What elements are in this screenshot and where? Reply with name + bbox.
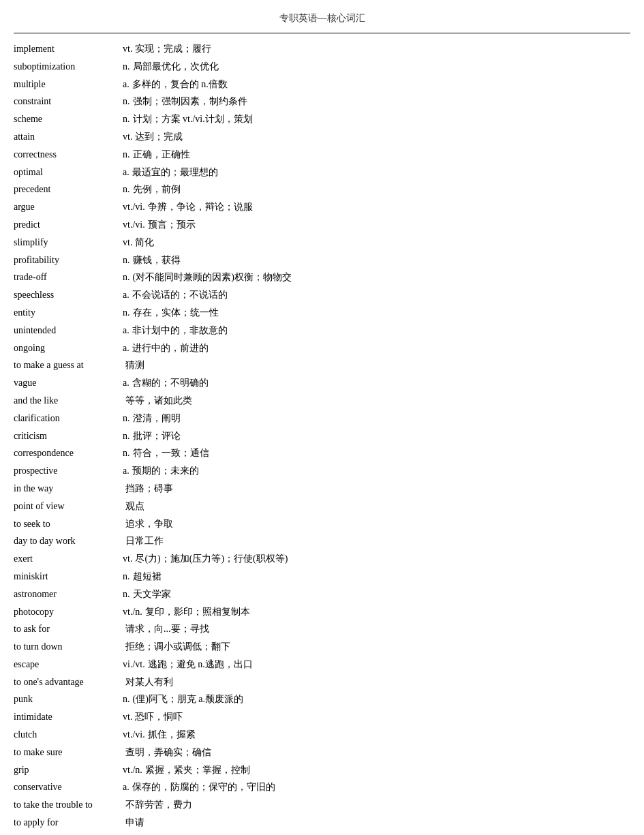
vocab-def: 日常工作	[125, 536, 164, 546]
list-item: attainvt.达到；完成	[14, 128, 630, 146]
vocab-def: 符合，一致；通信	[133, 448, 209, 458]
vocab-pos: vt.	[123, 132, 132, 142]
vocab-word: prospective	[14, 463, 123, 479]
vocab-def: 正确，正确性	[133, 149, 190, 160]
vocab-word: punk	[14, 691, 123, 708]
vocab-pos: n.	[123, 571, 130, 581]
vocab-pos: n.	[123, 61, 130, 72]
vocab-word: vague	[14, 375, 123, 391]
list-item: photocopyvt./n.复印，影印；照相复制本	[14, 603, 630, 621]
vocab-word: to apply for	[14, 815, 123, 831]
vocab-def: 抓住，握紧	[148, 729, 196, 740]
vocab-def: 争辨，争论，辩论；说服	[148, 202, 253, 212]
vocab-def: 强制；强制因素，制约条件	[133, 96, 247, 106]
vocab-def: 追求，争取	[125, 519, 173, 529]
vocab-word: in the way	[14, 481, 123, 497]
vocab-word: precedent	[14, 181, 123, 198]
vocab-word: constraint	[14, 93, 123, 110]
list-item: to one's advantage对某人有利	[14, 673, 630, 691]
vocab-word: correctness	[14, 147, 123, 163]
vocab-pos: n.	[123, 114, 130, 124]
list-item: trade-offn.(对不能同时兼顾的因素)权衡；物物交	[14, 269, 630, 286]
vocab-def: 恐吓，恫吓	[135, 712, 183, 722]
vocab-def: 尽(力)；施加(压力等)；行使(职权等)	[135, 553, 288, 564]
vocab-def: 实现；完成；履行	[135, 44, 211, 54]
vocab-def: 预期的；未来的	[132, 466, 199, 476]
vocab-word: to one's advantage	[14, 674, 123, 690]
vocab-word: argue	[14, 199, 123, 215]
list-item: to apply for申请	[14, 814, 630, 832]
vocab-list: implementvt.实现；完成；履行suboptimizationn.局部最…	[14, 40, 630, 835]
vocab-def: 多样的，复合的 n.倍数	[132, 79, 228, 89]
vocab-pos: n.	[123, 149, 130, 160]
vocab-def: 查明，弄确实；确信	[125, 747, 211, 757]
list-item: slimplifyvt.简化	[14, 234, 630, 252]
page-title: 专职英语—核心词汇	[14, 7, 630, 33]
vocab-word: escape	[14, 656, 123, 673]
vocab-pos: a.	[123, 79, 129, 89]
list-item: point of view观点	[14, 498, 630, 515]
list-item: to ask for请求，向...要；寻找	[14, 620, 630, 638]
list-item: speechlessa.不会说话的；不说话的	[14, 286, 630, 304]
list-item: punkn.(俚)阿飞；朋克 a.颓废派的	[14, 690, 630, 708]
vocab-def: 澄清，阐明	[133, 413, 181, 423]
vocab-pos: a.	[123, 325, 129, 335]
vocab-def: 观点	[125, 501, 144, 511]
vocab-def: 非计划中的，非故意的	[132, 325, 228, 335]
vocab-pos: vt./vi.	[123, 202, 145, 212]
vocab-def: 最适宜的；最理想的	[132, 167, 218, 177]
vocab-word: clarification	[14, 410, 123, 427]
vocab-pos: vi./vt.	[123, 659, 145, 669]
vocab-def: 保存的，防腐的；保守的，守旧的	[132, 782, 275, 792]
list-item: optimala.最适宜的；最理想的	[14, 164, 630, 181]
vocab-word: scheme	[14, 111, 123, 127]
vocab-def: 超短裙	[133, 571, 162, 581]
vocab-word: grip	[14, 762, 123, 778]
vocab-pos: n.	[123, 694, 130, 704]
list-item: arguevt./vi.争辨，争论，辩论；说服	[14, 198, 630, 216]
vocab-word: to ask for	[14, 621, 123, 637]
vocab-word: to make sure	[14, 744, 123, 761]
vocab-word: to take the trouble to	[14, 797, 123, 813]
vocab-def: (对不能同时兼顾的因素)权衡；物物交	[133, 272, 292, 282]
list-item: predictvt./vi.预言；预示	[14, 216, 630, 234]
vocab-word: to seek to	[14, 516, 123, 532]
vocab-word: attain	[14, 129, 123, 145]
vocab-def: 含糊的；不明确的	[132, 378, 209, 388]
vocab-word: exert	[14, 551, 123, 567]
vocab-pos: n.	[123, 184, 130, 194]
list-item: escapevi./vt.逃跑；避免 n.逃跑，出口	[14, 656, 630, 673]
vocab-pos: vt./vi.	[123, 219, 145, 230]
list-item: day to day work日常工作	[14, 532, 630, 550]
vocab-pos: vt.	[123, 237, 132, 247]
vocab-pos: a.	[123, 167, 129, 177]
vocab-def: 预言；预示	[148, 219, 196, 230]
vocab-pos: n.	[123, 255, 130, 265]
list-item: clutchvt./vi.抓住，握紧	[14, 726, 630, 744]
list-item: conservativea.保存的，防腐的；保守的，守旧的	[14, 778, 630, 796]
vocab-word: photocopy	[14, 604, 123, 620]
vocab-word: clutch	[14, 727, 123, 743]
list-item: implementvt.实现；完成；履行	[14, 40, 630, 58]
vocab-def: 不辞劳苦，费力	[125, 800, 192, 810]
vocab-def: 复印，影印；照相复制本	[145, 607, 250, 617]
vocab-word: entity	[14, 305, 123, 321]
vocab-def: 等等，诸如此类	[125, 395, 192, 406]
list-item: astronomern.天文学家	[14, 586, 630, 603]
list-item: precedentn.先例，前例	[14, 181, 630, 198]
vocab-word: predict	[14, 217, 123, 233]
list-item: and the like等等，诸如此类	[14, 392, 630, 410]
vocab-word: to make a guess at	[14, 357, 123, 374]
vocab-word: to turn down	[14, 639, 123, 655]
list-item: unintendeda.非计划中的，非故意的	[14, 322, 630, 339]
list-item: schemen.计划；方案 vt./vi.计划，策划	[14, 110, 630, 128]
vocab-word: correspondence	[14, 445, 123, 461]
vocab-pos: n.	[123, 431, 130, 441]
vocab-pos: n.	[123, 448, 130, 458]
vocab-word: day to day work	[14, 533, 123, 549]
vocab-pos: vt./vi.	[123, 729, 145, 740]
list-item: to make a guess at猜测	[14, 356, 630, 374]
list-item: constraintn.强制；强制因素，制约条件	[14, 93, 630, 110]
vocab-word: and the like	[14, 393, 123, 409]
list-item: prospectivea.预期的；未来的	[14, 462, 630, 480]
